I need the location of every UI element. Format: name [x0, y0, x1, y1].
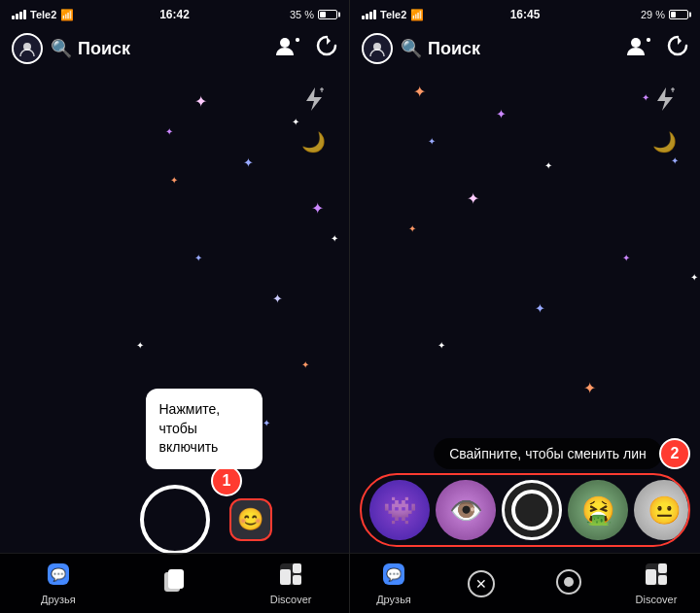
discover-label-1: Discover	[270, 594, 312, 605]
svg-rect-13	[293, 575, 301, 585]
sparkle-s2-9: ✦	[438, 340, 445, 351]
top-nav-2: 🔍 Поиск	[350, 27, 700, 70]
lens-item-2[interactable]	[502, 480, 562, 540]
flash-icon[interactable]	[302, 85, 324, 119]
add-friend-button-2[interactable]	[626, 35, 651, 62]
top-nav-1: 🔍 Поиск	[0, 27, 349, 70]
signal-bars	[12, 10, 26, 19]
sparkle-5: ✦	[311, 199, 324, 218]
svg-text:💬: 💬	[51, 566, 67, 583]
lens-item-1[interactable]: 👁️	[436, 480, 496, 540]
status-right-1: 35 %	[290, 9, 337, 20]
bar3-2	[369, 12, 372, 19]
refresh-button-2[interactable]	[667, 35, 688, 62]
search-label-2: Поиск	[428, 39, 480, 59]
screens-container: ✦ ✦ ✦ ✦ ✦ ✦ ✦ ✦ ✦ ✦ ✦ ✦	[0, 0, 700, 613]
battery-pct-2: 29 %	[641, 9, 665, 20]
flash-icon-2[interactable]	[653, 85, 675, 119]
carrier-2: Tele2	[380, 9, 406, 20]
lens-item-3[interactable]: 🤮	[568, 480, 628, 540]
lens-emoji-4: 😐	[636, 482, 690, 538]
discover-icon-2	[644, 562, 669, 591]
status-bar-2: Tele2 📶 16:45 29 %	[350, 0, 700, 27]
carrier-1: Tele2	[30, 9, 56, 20]
screen-1: ✦ ✦ ✦ ✦ ✦ ✦ ✦ ✦ ✦ ✦ ✦ ✦	[0, 0, 350, 613]
tab-discover-1[interactable]: Discover	[262, 562, 320, 605]
battery-icon-1	[318, 10, 337, 19]
tab-stories-1[interactable]	[145, 567, 203, 599]
svg-rect-12	[293, 563, 301, 573]
lens-emoji-0: 👾	[371, 482, 428, 538]
add-friend-button-1[interactable]	[275, 35, 300, 62]
moon-icon-2[interactable]: 🌙	[652, 130, 677, 153]
moon-icon[interactable]: 🌙	[301, 130, 326, 153]
svg-rect-9	[168, 569, 184, 589]
avatar-button-1[interactable]	[12, 33, 43, 64]
time-1: 16:42	[159, 8, 190, 21]
stories-icon-1	[161, 567, 187, 596]
battery-fill-2	[671, 12, 676, 17]
refresh-button-1[interactable]	[316, 35, 337, 62]
lens-item-4[interactable]: 😐	[634, 480, 690, 540]
tab-friends-1[interactable]: 💬 Друзья	[29, 562, 88, 605]
status-left-2: Tele2 📶	[362, 9, 424, 21]
battery-fill-1	[320, 12, 326, 17]
sparkle-s2-11: ✦	[671, 155, 679, 166]
sparkle-7: ✦	[272, 291, 283, 306]
bar4	[23, 10, 26, 19]
bar3	[19, 12, 22, 19]
wifi-2: 📶	[410, 9, 424, 21]
lens-ring-2	[505, 483, 559, 537]
status-left-1: Tele2 📶	[12, 9, 74, 21]
bar1-2	[362, 16, 365, 19]
sparkle-9: ✦	[301, 359, 309, 370]
sparkle-s2-10: ✦	[583, 379, 596, 397]
time-2: 16:45	[510, 8, 541, 21]
svg-point-17	[631, 38, 641, 48]
lens-tooltip-text: Свайпните, чтобы сменить лин	[449, 446, 647, 461]
discover-label-2: Discover	[636, 594, 678, 605]
sparkle-10: ✦	[165, 126, 173, 137]
sparkle-8: ✦	[136, 340, 144, 351]
screen-2: ✦ ✦ ✦ ✦ ✦ ✦ ✦ ✦ ✦ ✦ ✦ ✦ ✦	[350, 0, 700, 613]
svg-rect-25	[646, 569, 656, 585]
step-badge-label-2: 2	[671, 445, 680, 462]
tab-discover-2[interactable]: Discover	[627, 562, 685, 605]
svg-point-3	[280, 38, 290, 48]
tooltip-1: Нажмите, чтобы включить	[146, 389, 262, 469]
sparkle-s2-2: ✦	[496, 107, 507, 121]
friends-icon-1: 💬	[46, 562, 71, 591]
sparkle-s2-5: ✦	[467, 189, 479, 208]
tab-sticker-2[interactable]	[540, 568, 598, 599]
sparkle-s2-6: ✦	[408, 223, 416, 234]
status-right-2: 29 %	[641, 9, 688, 20]
battery-icon-2	[669, 10, 688, 19]
svg-rect-26	[658, 563, 667, 573]
sparkle-4: ✦	[170, 175, 178, 186]
sparkle-1: ✦	[194, 92, 207, 111]
sparkle-2: ✦	[243, 155, 254, 170]
search-icon-2: 🔍	[401, 38, 422, 59]
signal-bars-2	[362, 10, 376, 19]
bottom-tabs-1: 💬 Друзья	[0, 553, 349, 613]
tab-close-2[interactable]: ✕	[452, 570, 510, 597]
lens-emoji-3: 🤮	[570, 482, 626, 538]
tab-friends-2[interactable]: 💬 Друзья	[365, 562, 423, 605]
sparkle-s2-12: ✦	[690, 272, 698, 283]
svg-rect-27	[658, 575, 667, 585]
emoji-filter-button-1[interactable]: 😊	[229, 498, 272, 541]
search-button-1[interactable]: 🔍 Поиск	[51, 38, 130, 59]
nav-right-1	[275, 35, 337, 62]
lens-carousel[interactable]: 👾 👁️ 🤮 😐 🌀	[360, 473, 690, 547]
step-badge-2: 2	[659, 438, 690, 469]
avatar-button-2[interactable]	[362, 33, 393, 64]
nav-right-2	[626, 35, 688, 62]
discover-icon-1	[278, 562, 303, 591]
sparkle-11: ✦	[331, 233, 338, 244]
search-icon-1: 🔍	[51, 38, 72, 59]
spacer-left	[78, 498, 121, 541]
bar2-2	[366, 14, 368, 19]
lens-item-0[interactable]: 👾	[369, 480, 430, 540]
search-button-2[interactable]: 🔍 Поиск	[401, 38, 480, 59]
capture-button-1[interactable]	[140, 485, 210, 555]
